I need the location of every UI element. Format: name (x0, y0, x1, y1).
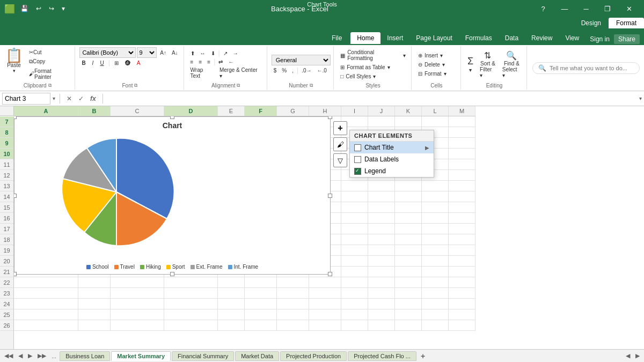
row-header-7[interactable]: 7 (0, 116, 13, 127)
col-header-a[interactable]: A (14, 106, 78, 116)
row-header-13[interactable]: 13 (0, 181, 13, 191)
add-chart-element-btn[interactable]: + (333, 121, 347, 135)
format-painter-btn[interactable]: 🖌 Format Painter (27, 67, 71, 81)
cell-m9[interactable] (449, 138, 475, 149)
tab-scroll-left[interactable]: ◀ (624, 351, 632, 360)
delete-cells-btn[interactable]: ⊖Delete▾ (416, 61, 457, 69)
popup-item-data-labels[interactable]: Data Labels (350, 153, 434, 165)
tab-insert[interactable]: Insert (380, 32, 409, 44)
cell-k7[interactable] (395, 116, 422, 127)
paste-btn[interactable]: 📋 Paste ▾ (3, 47, 25, 82)
row-header-9[interactable]: 9 (0, 138, 13, 149)
tab-home[interactable]: Home (350, 32, 380, 44)
format-as-table-btn[interactable]: ⊞Format as Table▾ (338, 63, 408, 71)
resize-handle-right[interactable] (328, 194, 332, 198)
border-btn[interactable]: ⊞ (112, 60, 121, 67)
insert-cells-btn[interactable]: ⊕Insert▾ (416, 51, 457, 60)
ribbon-toggle-btn[interactable]: — (554, 1, 575, 16)
align-top-btn[interactable]: ⬆ (188, 50, 197, 57)
undo-btn[interactable]: ↩ (34, 4, 43, 13)
cell-m10[interactable] (449, 149, 475, 159)
resize-handle-tl[interactable] (14, 116, 17, 119)
tab-nav-more[interactable]: ... (49, 352, 58, 360)
formula-input[interactable] (107, 93, 637, 105)
row-header-21[interactable]: 21 (0, 267, 13, 277)
tab-nav-first[interactable]: ◀◀ (2, 351, 15, 360)
col-header-l[interactable]: L (422, 106, 449, 116)
font-size-select[interactable]: 9101112 (137, 47, 157, 58)
tell-me-input[interactable] (550, 65, 634, 71)
cell-m8[interactable] (449, 127, 475, 138)
resize-handle-left[interactable] (14, 194, 17, 198)
row-header-19[interactable]: 19 (0, 245, 13, 256)
copy-btn[interactable]: ⧉ Copy (27, 57, 71, 66)
tab-design[interactable]: Design (574, 18, 609, 28)
italic-btn[interactable]: I (90, 60, 96, 67)
col-header-c[interactable]: C (111, 106, 164, 116)
sheet-tab-market-summary[interactable]: Market Summary (111, 351, 171, 361)
redo-btn[interactable]: ↪ (47, 4, 56, 13)
row-header-24[interactable]: 24 (0, 299, 13, 309)
confirm-formula-btn[interactable]: ✓ (76, 94, 86, 104)
tab-format[interactable]: Format (609, 18, 644, 28)
row-header-23[interactable]: 23 (0, 288, 13, 299)
chart-styles-btn[interactable]: 🖌 (333, 137, 347, 151)
font-size-up-btn[interactable]: A↑ (158, 49, 169, 56)
indent-decrease-btn[interactable]: ← (226, 58, 236, 65)
tab-view[interactable]: View (559, 32, 586, 44)
function-btn[interactable]: fx (88, 94, 98, 104)
row-header-16[interactable]: 16 (0, 213, 13, 224)
resize-handle-tr[interactable] (328, 116, 332, 119)
restore-btn[interactable]: ❐ (597, 1, 618, 16)
bold-btn[interactable]: B (79, 60, 87, 67)
close-btn[interactable]: ✕ (618, 1, 640, 16)
comma-btn[interactable]: , (290, 67, 296, 74)
cell-l7[interactable] (422, 116, 449, 127)
cut-btn[interactable]: ✂ Cut (27, 48, 71, 56)
share-btn[interactable]: Share (614, 34, 640, 44)
row-header-12[interactable]: 12 (0, 170, 13, 181)
formula-expand-btn[interactable]: ▾ (639, 95, 642, 101)
row-header-18[interactable]: 18 (0, 234, 13, 245)
help-btn[interactable]: ? (532, 1, 554, 16)
align-left-btn[interactable]: ≡ (188, 58, 196, 65)
save-btn[interactable]: 💾 (18, 4, 31, 13)
sheet-tab-projected-cash-flow[interactable]: Projected Cash Flo ... (348, 351, 416, 361)
sheet-tab-projected-production[interactable]: Projected Production (280, 351, 347, 361)
chart-title-checkbox[interactable] (354, 144, 361, 151)
name-box-dropdown-btn[interactable]: ▾ (53, 95, 55, 101)
col-header-h[interactable]: H (309, 106, 341, 116)
row-header-8[interactable]: 8 (0, 127, 13, 138)
name-box[interactable]: Chart 3 (2, 93, 50, 105)
row-header-17[interactable]: 17 (0, 224, 13, 234)
orientation-btn[interactable]: ↗ (221, 50, 230, 57)
col-header-j[interactable]: J (368, 106, 395, 116)
currency-btn[interactable]: $ (272, 67, 279, 74)
col-header-b[interactable]: B (78, 106, 111, 116)
underline-btn[interactable]: U (98, 60, 106, 67)
col-header-i[interactable]: I (341, 106, 368, 116)
row-header-10[interactable]: 10 (0, 149, 13, 159)
col-header-f[interactable]: F (245, 106, 277, 116)
font-color-btn[interactable]: A (135, 60, 143, 67)
sheet-tab-business-loan[interactable]: Business Loan (60, 351, 110, 361)
chart-filters-btn[interactable]: ▽ (333, 153, 347, 167)
sign-in-btn[interactable]: Sign in (590, 35, 610, 43)
resize-handle-bottom[interactable] (170, 272, 174, 276)
merge-center-btn[interactable]: Merge & Center ▾ (217, 67, 264, 79)
resize-handle-bl[interactable] (14, 272, 17, 276)
cell-m7[interactable] (449, 116, 475, 127)
percent-btn[interactable]: % (280, 67, 289, 74)
sort-filter-btn[interactable]: ⇅ Sort & Filter ▾ (478, 49, 498, 79)
resize-handle-top[interactable] (170, 116, 174, 119)
col-header-m[interactable]: M (449, 106, 475, 116)
autosum-btn[interactable]: Σ ▾ (465, 55, 475, 74)
align-center-btn[interactable]: ≡ (196, 58, 204, 65)
minimize-btn[interactable]: ─ (575, 1, 597, 16)
cell-styles-btn[interactable]: □Cell Styles▾ (338, 72, 408, 80)
row-header-14[interactable]: 14 (0, 191, 13, 202)
font-size-down-btn[interactable]: A↓ (170, 49, 180, 56)
tab-formulas[interactable]: Formulas (459, 32, 499, 44)
align-middle-btn[interactable]: ↔ (198, 50, 208, 57)
format-cells-btn[interactable]: ⊟Format▾ (416, 70, 457, 78)
